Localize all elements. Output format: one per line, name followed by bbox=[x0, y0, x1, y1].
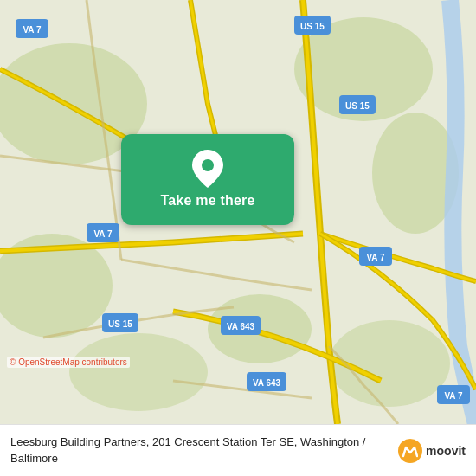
svg-text:VA 7: VA 7 bbox=[23, 25, 42, 35]
moovit-logo: moovit bbox=[398, 439, 466, 463]
svg-point-25 bbox=[202, 159, 214, 171]
location-info-text: Leesburg Building Partners, 201 Crescent… bbox=[10, 434, 398, 466]
take-me-there-button[interactable]: Take me there bbox=[121, 134, 294, 225]
svg-text:US 15: US 15 bbox=[300, 22, 325, 31]
svg-text:US 15: US 15 bbox=[345, 101, 370, 111]
svg-text:VA 7: VA 7 bbox=[366, 253, 385, 262]
svg-text:US 15: US 15 bbox=[108, 319, 132, 329]
osm-credit: © OpenStreetMap contributors bbox=[7, 357, 130, 368]
svg-point-5 bbox=[69, 333, 208, 411]
svg-text:VA 7: VA 7 bbox=[93, 229, 113, 239]
location-pin-icon bbox=[190, 151, 225, 186]
take-me-there-label: Take me there bbox=[160, 193, 254, 209]
osm-text: OpenStreetMap contributors bbox=[18, 357, 127, 367]
moovit-icon bbox=[398, 439, 422, 463]
map-container: VA 7 US 15 US 15 VA 7 VA 7 US 15 VA 643 … bbox=[0, 0, 476, 424]
moovit-brand-name: moovit bbox=[426, 444, 466, 458]
osm-symbol: © bbox=[10, 357, 16, 367]
info-bar: Leesburg Building Partners, 201 Crescent… bbox=[0, 424, 476, 476]
svg-text:VA 7: VA 7 bbox=[444, 391, 463, 401]
svg-text:VA 643: VA 643 bbox=[227, 322, 255, 331]
svg-text:VA 643: VA 643 bbox=[253, 378, 281, 388]
